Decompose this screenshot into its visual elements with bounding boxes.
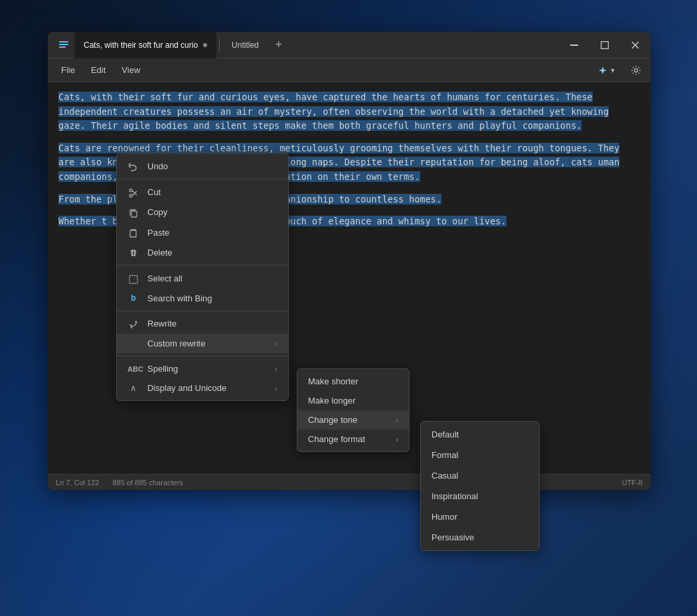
app-icon — [53, 32, 74, 58]
separator-3 — [117, 311, 288, 311]
make-shorter-label: Make shorter — [308, 376, 358, 386]
ctx-search-bing[interactable]: b Search with Bing — [117, 289, 288, 308]
paste-label: Paste — [147, 228, 277, 238]
ctx-paste[interactable]: Paste — [117, 222, 288, 242]
change-tone[interactable]: Change tone › — [297, 410, 409, 429]
ctx-display-unicode[interactable]: ∧ Display and Unicode › — [117, 378, 288, 398]
settings-button[interactable] — [627, 61, 645, 80]
menu-file[interactable]: File — [53, 62, 83, 78]
tone-formal-label: Formal — [431, 450, 458, 460]
char-count: 885 of 885 characters — [112, 479, 183, 487]
paste-icon — [127, 227, 139, 238]
delete-label: Delete — [147, 248, 277, 258]
tone-persuasive-label: Persuasive — [431, 532, 474, 542]
tab-active-label: Cats, with their soft fur and curio — [84, 40, 198, 50]
change-format-label: Change format — [308, 434, 365, 444]
select-all-label: Select all — [147, 273, 277, 283]
tone-humor[interactable]: Humor — [421, 506, 539, 527]
menu-view[interactable]: View — [114, 62, 148, 78]
svg-rect-11 — [130, 230, 136, 237]
custom-rewrite-submenu: Make shorter Make longer Change tone › C… — [297, 368, 410, 452]
menu-edit[interactable]: Edit — [83, 62, 114, 78]
ctx-undo[interactable]: Undo — [117, 156, 288, 176]
add-tab-button[interactable]: + — [268, 35, 289, 56]
svg-rect-10 — [131, 211, 137, 217]
svg-point-9 — [129, 189, 132, 192]
svg-rect-3 — [570, 44, 578, 46]
cut-icon — [127, 187, 139, 197]
menubar: File Edit View ▾ — [48, 58, 651, 82]
ctx-rewrite[interactable]: Rewrite — [117, 314, 288, 334]
titlebar-left: Cats, with their soft fur and curio Unti… — [48, 32, 559, 58]
spelling-chevron: › — [275, 365, 277, 373]
display-unicode-icon: ∧ — [127, 383, 139, 393]
modified-indicator — [203, 43, 207, 47]
tab-untitled[interactable]: Untitled — [222, 32, 268, 58]
make-longer[interactable]: Make longer — [297, 391, 409, 410]
change-format[interactable]: Change format › — [297, 429, 409, 449]
tone-submenu: Default Formal Casual Inspirational Humo… — [420, 421, 540, 551]
copy-label: Copy — [147, 207, 277, 217]
bing-icon: b — [127, 293, 139, 303]
make-shorter[interactable]: Make shorter — [297, 372, 409, 391]
encoding: UTF-8 — [622, 479, 643, 487]
display-unicode-label: Display and Unicode — [147, 383, 267, 393]
ctx-custom-rewrite[interactable]: Custom rewrite › — [117, 334, 288, 353]
tone-default-label: Default — [431, 429, 459, 439]
maximize-button[interactable] — [589, 32, 620, 58]
tone-formal[interactable]: Formal — [421, 445, 539, 465]
svg-point-7 — [635, 68, 638, 72]
select-all-icon — [127, 273, 139, 283]
tone-persuasive[interactable]: Persuasive — [421, 527, 539, 548]
tab-untitled-label: Untitled — [232, 40, 259, 50]
cut-label: Cut — [147, 187, 277, 197]
separator-1 — [117, 179, 288, 179]
ctx-copy[interactable]: Copy — [117, 202, 288, 222]
minimize-button[interactable] — [559, 32, 589, 58]
titlebar: Cats, with their soft fur and curio Unti… — [48, 32, 651, 58]
separator-2 — [117, 265, 288, 266]
separator-4 — [117, 356, 288, 356]
svg-point-8 — [129, 194, 132, 197]
menubar-right: ▾ — [591, 61, 645, 80]
tone-humor-label: Humor — [431, 512, 457, 522]
ctx-spelling[interactable]: ABC Spelling › — [117, 359, 288, 378]
cursor-position: Ln 7, Col 122 — [56, 479, 99, 487]
copy-icon — [127, 207, 139, 218]
tone-casual-label: Casual — [431, 471, 458, 481]
close-button[interactable] — [620, 32, 651, 58]
titlebar-controls — [559, 32, 651, 58]
tone-casual[interactable]: Casual — [421, 465, 539, 486]
svg-rect-4 — [601, 41, 609, 48]
search-bing-label: Search with Bing — [147, 293, 277, 303]
rewrite-label: Rewrite — [147, 319, 277, 329]
display-unicode-chevron: › — [275, 384, 277, 392]
statusbar: Ln 7, Col 122 885 of 885 characters UTF-… — [48, 474, 651, 490]
delete-icon — [127, 247, 139, 258]
custom-rewrite-label: Custom rewrite — [147, 339, 267, 348]
ctx-delete[interactable]: Delete — [117, 242, 288, 262]
context-menu: Undo Cut Copy Paste Delete Select all b … — [116, 153, 289, 401]
change-tone-chevron: › — [396, 416, 398, 424]
svg-rect-12 — [129, 275, 137, 283]
svg-rect-0 — [59, 41, 68, 42]
tone-default[interactable]: Default — [421, 424, 539, 445]
tab-divider — [219, 38, 220, 52]
change-format-chevron: › — [396, 435, 398, 443]
undo-icon — [127, 161, 139, 171]
ctx-cut[interactable]: Cut — [117, 182, 288, 202]
change-tone-label: Change tone — [308, 415, 357, 425]
ctx-select-all[interactable]: Select all — [117, 268, 288, 288]
custom-rewrite-chevron: › — [275, 340, 277, 348]
ai-label: ▾ — [611, 66, 615, 75]
selected-paragraph1: Cats, with their soft fur and curious ey… — [58, 92, 609, 131]
svg-rect-2 — [59, 46, 66, 48]
tab-active[interactable]: Cats, with their soft fur and curio — [74, 32, 216, 58]
tone-inspirational[interactable]: Inspirational — [421, 486, 539, 506]
ai-button[interactable]: ▾ — [591, 62, 621, 78]
tone-inspirational-label: Inspirational — [431, 491, 478, 501]
rewrite-icon — [127, 319, 139, 329]
svg-rect-1 — [59, 44, 68, 45]
spelling-label: Spelling — [147, 364, 267, 374]
undo-label: Undo — [147, 161, 277, 171]
